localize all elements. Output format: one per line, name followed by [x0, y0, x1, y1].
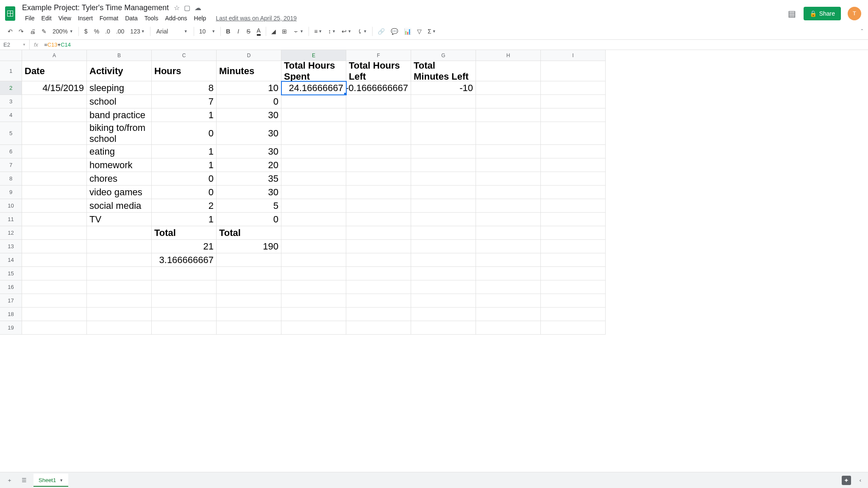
cell-D13[interactable]: 190: [217, 240, 281, 253]
cell-B11[interactable]: TV: [87, 213, 152, 226]
cell-G8[interactable]: [411, 172, 476, 186]
cell-G4[interactable]: [411, 108, 476, 122]
cell-D5[interactable]: 30: [217, 122, 281, 145]
cell-F11[interactable]: [346, 213, 411, 226]
cell-H17[interactable]: [476, 294, 541, 308]
cell-D7[interactable]: 20: [217, 158, 281, 172]
cell-I19[interactable]: [541, 321, 606, 335]
cell-E18[interactable]: [281, 308, 346, 321]
cell-C2[interactable]: 8: [152, 81, 217, 95]
menu-file[interactable]: File: [22, 13, 38, 23]
cell-B3[interactable]: school: [87, 95, 152, 108]
avatar[interactable]: T: [848, 7, 861, 20]
row-head-12[interactable]: 12: [0, 226, 22, 240]
cell-I10[interactable]: [541, 199, 606, 213]
cell-I5[interactable]: [541, 122, 606, 145]
menu-data[interactable]: Data: [122, 13, 141, 23]
cell-G16[interactable]: [411, 280, 476, 294]
menu-tools[interactable]: Tools: [142, 13, 161, 23]
cell-E3[interactable]: [281, 95, 346, 108]
cell-D4[interactable]: 30: [217, 108, 281, 122]
col-head-F[interactable]: F: [346, 50, 411, 61]
cell-G19[interactable]: [411, 321, 476, 335]
cell-E5[interactable]: [281, 122, 346, 145]
cell-B9[interactable]: video games: [87, 186, 152, 199]
cell-H16[interactable]: [476, 280, 541, 294]
row-head-5[interactable]: 5: [0, 122, 22, 145]
cell-C19[interactable]: [152, 321, 217, 335]
cell-C6[interactable]: 1: [152, 145, 217, 158]
cell-D9[interactable]: 30: [217, 186, 281, 199]
cell-H1[interactable]: [476, 61, 541, 81]
cell-B8[interactable]: chores: [87, 172, 152, 186]
cell-D6[interactable]: 30: [217, 145, 281, 158]
cell-H13[interactable]: [476, 240, 541, 253]
cell-E11[interactable]: [281, 213, 346, 226]
cell-I8[interactable]: [541, 172, 606, 186]
cell-G14[interactable]: [411, 253, 476, 267]
cell-C14[interactable]: 3.166666667: [152, 253, 217, 267]
spreadsheet-grid[interactable]: ABCDEFGHI1DateActivityHoursMinutesTotal …: [0, 50, 868, 335]
cell-D16[interactable]: [217, 280, 281, 294]
row-head-1[interactable]: 1: [0, 61, 22, 81]
cell-G12[interactable]: [411, 226, 476, 240]
cell-F13[interactable]: [346, 240, 411, 253]
cell-D1[interactable]: Minutes: [217, 61, 281, 81]
cell-H3[interactable]: [476, 95, 541, 108]
cell-I9[interactable]: [541, 186, 606, 199]
cell-D15[interactable]: [217, 267, 281, 280]
cloud-icon[interactable]: ☁: [195, 4, 201, 12]
cell-A3[interactable]: [22, 95, 87, 108]
chart-icon[interactable]: 📊: [401, 26, 414, 37]
col-head-E[interactable]: E: [281, 50, 346, 61]
functions-icon[interactable]: Σ▼: [425, 26, 439, 37]
cell-I3[interactable]: [541, 95, 606, 108]
name-box[interactable]: E2▼: [0, 40, 30, 50]
cell-D10[interactable]: 5: [217, 199, 281, 213]
cell-F8[interactable]: [346, 172, 411, 186]
menu-edit[interactable]: Edit: [39, 13, 55, 23]
share-button[interactable]: 🔒Share: [804, 7, 841, 20]
cell-A7[interactable]: [22, 158, 87, 172]
cell-G11[interactable]: [411, 213, 476, 226]
cell-H18[interactable]: [476, 308, 541, 321]
cell-E10[interactable]: [281, 199, 346, 213]
cell-I16[interactable]: [541, 280, 606, 294]
cell-E9[interactable]: [281, 186, 346, 199]
cell-A12[interactable]: [22, 226, 87, 240]
cell-B6[interactable]: eating: [87, 145, 152, 158]
cell-C12[interactable]: Total: [152, 226, 217, 240]
merge-icon[interactable]: ⫟▼: [290, 26, 306, 37]
cell-B15[interactable]: [87, 267, 152, 280]
row-head-8[interactable]: 8: [0, 172, 22, 186]
wrap-icon[interactable]: ↩▼: [339, 26, 354, 37]
cell-H4[interactable]: [476, 108, 541, 122]
cell-H6[interactable]: [476, 145, 541, 158]
cell-I6[interactable]: [541, 145, 606, 158]
doc-title[interactable]: Example Project: Tyler's Time Management: [22, 3, 169, 12]
menu-view[interactable]: View: [56, 13, 74, 23]
halign-icon[interactable]: ≡▼: [312, 26, 325, 37]
cell-A8[interactable]: [22, 172, 87, 186]
cell-A2[interactable]: 4/15/2019: [22, 81, 87, 95]
cell-E17[interactable]: [281, 294, 346, 308]
col-head-D[interactable]: D: [217, 50, 281, 61]
cell-E6[interactable]: [281, 145, 346, 158]
cell-D12[interactable]: Total: [217, 226, 281, 240]
row-head-3[interactable]: 3: [0, 95, 22, 108]
cell-A15[interactable]: [22, 267, 87, 280]
cell-C3[interactable]: 7: [152, 95, 217, 108]
cell-F14[interactable]: [346, 253, 411, 267]
cell-I1[interactable]: [541, 61, 606, 81]
cell-A11[interactable]: [22, 213, 87, 226]
cell-A1[interactable]: Date: [22, 61, 87, 81]
bold-icon[interactable]: B: [223, 26, 233, 37]
cell-F17[interactable]: [346, 294, 411, 308]
cell-F16[interactable]: [346, 280, 411, 294]
cell-G15[interactable]: [411, 267, 476, 280]
cell-I11[interactable]: [541, 213, 606, 226]
cell-D8[interactable]: 35: [217, 172, 281, 186]
cell-I12[interactable]: [541, 226, 606, 240]
cell-H2[interactable]: [476, 81, 541, 95]
cell-E16[interactable]: [281, 280, 346, 294]
